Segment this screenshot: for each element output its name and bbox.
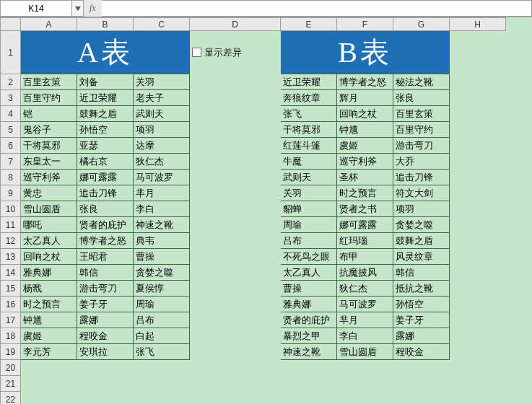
cell-G12[interactable]: 鼓舞之盾 [393, 233, 450, 249]
cell-H13[interactable] [450, 249, 506, 265]
cell-A2[interactable]: 百里玄策 [21, 74, 77, 90]
cell-B7[interactable]: 橘右京 [77, 154, 134, 170]
cell-F4[interactable]: 回响之杖 [337, 106, 393, 122]
cell-F18[interactable]: 李白 [337, 328, 393, 344]
cell-H16[interactable] [450, 297, 506, 312]
cell-B8[interactable]: 娜可露露 [77, 170, 134, 185]
row-header-11[interactable]: 11 [1, 217, 21, 233]
cell-D11[interactable] [190, 217, 281, 233]
cell-B10[interactable]: 张良 [77, 201, 134, 217]
cell-G4[interactable]: 百里玄策 [393, 106, 450, 122]
cell-H12[interactable] [450, 233, 506, 249]
cell-B22[interactable] [77, 392, 134, 405]
cell-D16[interactable] [190, 297, 281, 312]
row-header-10[interactable]: 10 [1, 201, 21, 217]
cell-G13[interactable]: 风灵纹章 [393, 249, 450, 265]
cell-A20[interactable] [21, 360, 77, 376]
row-header-17[interactable]: 17 [1, 312, 21, 328]
cell-C5[interactable]: 项羽 [134, 122, 190, 138]
cell-A6[interactable]: 干将莫邪 [21, 138, 77, 154]
cell-E9[interactable]: 关羽 [281, 185, 337, 201]
cell-E6[interactable]: 红莲斗篷 [281, 138, 337, 154]
cell-E20[interactable] [281, 360, 337, 376]
cell-G16[interactable]: 孙悟空 [393, 297, 450, 312]
cell-F6[interactable]: 虞姬 [337, 138, 393, 154]
cell-D17[interactable] [190, 312, 281, 328]
cell-H8[interactable] [450, 170, 506, 185]
cell-H11[interactable] [450, 217, 506, 233]
col-header-F[interactable]: F [337, 18, 393, 31]
cell-D21[interactable] [190, 376, 281, 392]
cell-G18[interactable]: 露娜 [393, 328, 450, 344]
cell-C7[interactable]: 狄仁杰 [134, 154, 190, 170]
cell-H21[interactable] [450, 376, 506, 392]
cell-D9[interactable] [190, 185, 281, 201]
cell-D12[interactable] [190, 233, 281, 249]
cell-D6[interactable] [190, 138, 281, 154]
cell-H20[interactable] [450, 360, 506, 376]
cell-D18[interactable] [190, 328, 281, 344]
spreadsheet-grid[interactable]: ABCDEFGH1A表显示差异B表2百里玄策刘备关羽近卫荣耀博学者之怒秘法之靴3… [0, 17, 532, 404]
cell-F11[interactable]: 娜可露露 [337, 217, 393, 233]
cell-C2[interactable]: 关羽 [134, 74, 190, 90]
cell-D15[interactable] [190, 281, 281, 297]
cell-D22[interactable] [190, 392, 281, 405]
cell-A7[interactable]: 东皇太一 [21, 154, 77, 170]
cell-D3[interactable] [190, 90, 281, 106]
cell-B17[interactable]: 露娜 [77, 312, 134, 328]
cell-G9[interactable]: 符文大剑 [393, 185, 450, 201]
row-header-7[interactable]: 7 [1, 154, 21, 170]
cell-D7[interactable] [190, 154, 281, 170]
col-header-D[interactable]: D [190, 18, 281, 31]
cell-C20[interactable] [134, 360, 190, 376]
cell-C11[interactable]: 神速之靴 [134, 217, 190, 233]
cell-G11[interactable]: 贪婪之噬 [393, 217, 450, 233]
cell-H19[interactable] [450, 344, 506, 360]
row-header-14[interactable]: 14 [1, 265, 21, 281]
cell-C8[interactable]: 马可波罗 [134, 170, 190, 185]
cell-H10[interactable] [450, 201, 506, 217]
select-all-corner[interactable] [1, 18, 21, 31]
cell-H5[interactable] [450, 122, 506, 138]
row-header-20[interactable]: 20 [1, 360, 21, 376]
cell-A9[interactable]: 黄忠 [21, 185, 77, 201]
row-header-1[interactable]: 1 [1, 31, 21, 74]
row-header-6[interactable]: 6 [1, 138, 21, 154]
fx-label[interactable]: fx [84, 3, 102, 14]
title-b[interactable]: B表 [281, 31, 450, 74]
cell-E13[interactable]: 不死鸟之眼 [281, 249, 337, 265]
cell-F16[interactable]: 马可波罗 [337, 297, 393, 312]
row-header-8[interactable]: 8 [1, 170, 21, 185]
row-header-5[interactable]: 5 [1, 122, 21, 138]
cell-G5[interactable]: 百里守约 [393, 122, 450, 138]
cell-F2[interactable]: 博学者之怒 [337, 74, 393, 90]
cell-H6[interactable] [450, 138, 506, 154]
cell-C14[interactable]: 贪婪之噬 [134, 265, 190, 281]
cell-E22[interactable] [281, 392, 337, 405]
cell-D13[interactable] [190, 249, 281, 265]
cell-A10[interactable]: 雪山圆盾 [21, 201, 77, 217]
cell-F3[interactable]: 辉月 [337, 90, 393, 106]
cell-F13[interactable]: 布甲 [337, 249, 393, 265]
cell-H15[interactable] [450, 281, 506, 297]
cell-F5[interactable]: 钟馗 [337, 122, 393, 138]
cell-D8[interactable] [190, 170, 281, 185]
cell-A5[interactable]: 鬼谷子 [21, 122, 77, 138]
cell-F12[interactable]: 红玛瑙 [337, 233, 393, 249]
cell-G8[interactable]: 追击刀锋 [393, 170, 450, 185]
cell-D10[interactable] [190, 201, 281, 217]
col-header-H[interactable]: H [450, 18, 506, 31]
cell-B5[interactable]: 孙悟空 [77, 122, 134, 138]
cell-E5[interactable]: 干将莫邪 [281, 122, 337, 138]
row-header-19[interactable]: 19 [1, 344, 21, 360]
cell-B13[interactable]: 王昭君 [77, 249, 134, 265]
row-header-15[interactable]: 15 [1, 281, 21, 297]
cell-B2[interactable]: 刘备 [77, 74, 134, 90]
cell-A12[interactable]: 太乙真人 [21, 233, 77, 249]
cell-F20[interactable] [337, 360, 393, 376]
cell-G2[interactable]: 秘法之靴 [393, 74, 450, 90]
cell-C12[interactable]: 典韦 [134, 233, 190, 249]
cell-H9[interactable] [450, 185, 506, 201]
cell-F22[interactable] [337, 392, 393, 405]
col-header-E[interactable]: E [281, 18, 337, 31]
